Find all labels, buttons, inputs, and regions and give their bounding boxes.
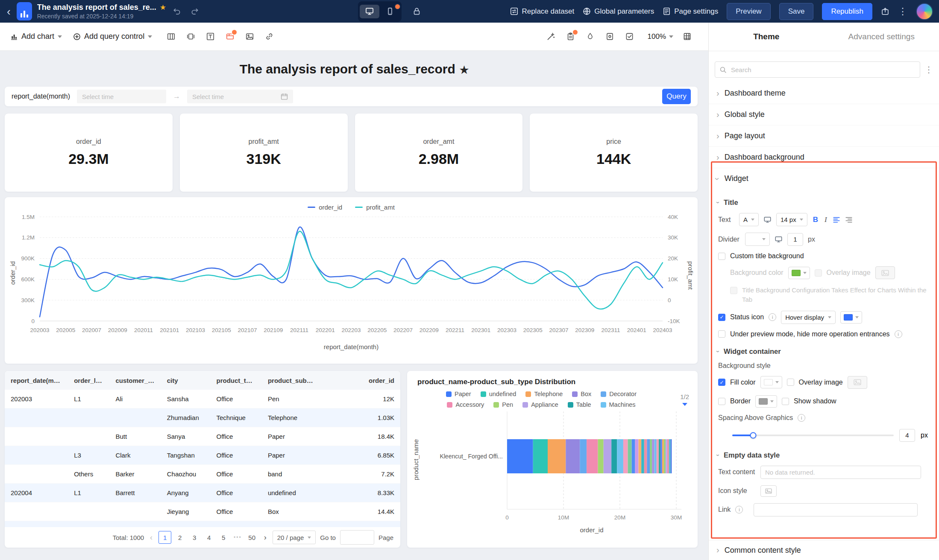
- status-icon-color-picker[interactable]: [840, 311, 862, 324]
- column-header[interactable]: order_id: [321, 371, 400, 390]
- global-parameters-button[interactable]: Global parameters: [583, 7, 654, 16]
- kpi-card-order-amt[interactable]: order_amt 2.98M: [355, 114, 523, 192]
- table-row[interactable]: OthersBarkerChaozhouOfficeband7.2K: [5, 465, 400, 484]
- show-shadow-checkbox[interactable]: [782, 398, 789, 405]
- title-star-icon[interactable]: ★: [460, 64, 469, 76]
- info-icon[interactable]: i: [895, 330, 902, 338]
- column-header[interactable]: city: [161, 371, 211, 390]
- page-size-select[interactable]: 20 / page: [273, 531, 316, 544]
- section-global-style[interactable]: › Global style: [709, 104, 939, 125]
- container-overlay-image-button[interactable]: [848, 376, 867, 389]
- preview-button[interactable]: Preview: [727, 3, 770, 20]
- prev-page-icon[interactable]: ‹: [148, 533, 154, 542]
- column-header[interactable]: order_level: [68, 371, 109, 390]
- align-right-icon[interactable]: [845, 216, 853, 224]
- border-checkbox[interactable]: [718, 398, 725, 405]
- kpi-card-profit-amt[interactable]: profit_amt 319K: [180, 114, 348, 192]
- page-number-button[interactable]: 2: [174, 531, 186, 543]
- back-button[interactable]: ‹: [6, 6, 12, 17]
- undo-icon[interactable]: [171, 6, 183, 17]
- fill-color-checkbox[interactable]: ✓: [718, 379, 725, 386]
- table-row[interactable]: 202004L1BarrettAnyangOfficeundefined8.33…: [5, 484, 400, 502]
- zoom-control[interactable]: 100%: [648, 32, 673, 41]
- theme-wand-icon[interactable]: [543, 29, 559, 44]
- text-widget-icon[interactable]: [202, 29, 218, 44]
- legend-item[interactable]: Accessory: [447, 401, 484, 408]
- column-header[interactable]: report_date(month): [5, 371, 68, 390]
- legend-item[interactable]: Box: [572, 391, 591, 397]
- grid-layout-icon[interactable]: [679, 29, 695, 44]
- panel-more-icon[interactable]: ⋮: [923, 64, 935, 75]
- table-row[interactable]: JieyangOfficeBox14.4K: [5, 502, 400, 521]
- section-page-layout[interactable]: › Page layout: [709, 125, 939, 147]
- align-left-icon[interactable]: [833, 216, 840, 224]
- legend-pager[interactable]: 1/2: [680, 393, 689, 406]
- republish-button[interactable]: Republish: [822, 3, 872, 20]
- favorite-star-icon[interactable]: ★: [160, 3, 166, 12]
- add-chart-button[interactable]: Add chart: [10, 32, 62, 41]
- section-widget[interactable]: › Widget: [709, 168, 939, 189]
- table-row[interactable]: L3ClarkTangshanOfficePaper6.85K: [5, 446, 400, 465]
- legend-item[interactable]: Machines: [601, 401, 636, 408]
- search-input[interactable]: [730, 66, 916, 74]
- column-header[interactable]: customer_name: [109, 371, 161, 390]
- legend-item[interactable]: Telephone: [525, 391, 563, 397]
- tab-title-bg-checkbox[interactable]: [730, 287, 737, 294]
- title-overlay-image-checkbox[interactable]: [815, 269, 822, 277]
- font-color-dropdown[interactable]: A: [739, 213, 759, 226]
- border-color-picker[interactable]: [755, 395, 777, 408]
- title-bg-color-picker[interactable]: [788, 267, 810, 279]
- image-widget-icon[interactable]: [242, 29, 257, 44]
- subsection-widget-container[interactable]: › Widget container: [709, 347, 933, 356]
- watermark-icon[interactable]: [583, 29, 598, 44]
- next-page-icon[interactable]: ›: [262, 533, 268, 542]
- save-button[interactable]: Save: [779, 3, 814, 20]
- subsection-title[interactable]: › Title: [709, 198, 933, 207]
- bar-chart-widget[interactable]: product_name-product_sub_type Distributi…: [407, 371, 698, 548]
- info-icon[interactable]: i: [769, 313, 776, 321]
- title-overlay-image-button[interactable]: [875, 266, 895, 279]
- italic-button[interactable]: I: [824, 216, 828, 224]
- check-square-icon[interactable]: [622, 29, 637, 44]
- legend-item[interactable]: undefined: [481, 391, 516, 397]
- info-icon[interactable]: i: [798, 414, 805, 422]
- lock-icon[interactable]: [413, 7, 421, 15]
- divider-style-dropdown[interactable]: [745, 233, 770, 246]
- page-number-button[interactable]: 1: [158, 531, 171, 544]
- mobile-mode-button[interactable]: [380, 5, 400, 18]
- add-query-control-button[interactable]: Add query control: [73, 32, 152, 41]
- hover-display-dropdown[interactable]: Hover display: [781, 311, 836, 324]
- search-box[interactable]: [715, 61, 920, 78]
- info-icon[interactable]: i: [735, 506, 743, 513]
- table-scroll-area[interactable]: report_date(month)order_levelcustomer_na…: [5, 371, 400, 527]
- font-size-dropdown[interactable]: 14 px: [776, 213, 807, 226]
- display-target-icon[interactable]: [775, 236, 783, 243]
- replace-dataset-button[interactable]: Replace dataset: [510, 7, 574, 16]
- kpi-card-price[interactable]: price 144K: [530, 114, 698, 192]
- section-dashboard-background[interactable]: › Dashboard background: [709, 147, 939, 168]
- layout-columns-icon[interactable]: [163, 29, 179, 44]
- carousel-icon[interactable]: [183, 29, 198, 44]
- legend-item-order-id[interactable]: order_id: [308, 204, 342, 211]
- last-page-button[interactable]: 50: [246, 531, 258, 543]
- link-widget-icon[interactable]: [261, 29, 277, 44]
- empty-link-input[interactable]: [754, 503, 918, 516]
- legend-next-icon[interactable]: [682, 403, 687, 406]
- preview-doc-icon[interactable]: [602, 29, 618, 44]
- table-row[interactable]: ZhumadianTechniqueTelephone1.03K: [5, 408, 400, 427]
- empty-text-input[interactable]: [760, 466, 921, 479]
- table-row[interactable]: BeirneHeyuanOfficeundefined37.6K: [5, 521, 400, 528]
- clipboard-icon[interactable]: [563, 29, 578, 44]
- kpi-card-order-id[interactable]: order_id 29.3M: [5, 114, 173, 192]
- legend-item-profit-amt[interactable]: profit_amt: [355, 204, 395, 211]
- fill-color-picker[interactable]: [760, 376, 782, 388]
- container-overlay-image-checkbox[interactable]: [787, 379, 794, 386]
- column-header[interactable]: product_sub_type: [262, 371, 321, 390]
- desktop-mode-button[interactable]: [360, 5, 379, 18]
- time-from-input[interactable]: Select time: [77, 90, 166, 103]
- share-icon[interactable]: [881, 7, 889, 16]
- section-common-content-style[interactable]: › Common content style: [709, 540, 939, 560]
- hide-operations-checkbox[interactable]: [718, 330, 725, 338]
- table-row[interactable]: ButtSanyaOfficePaper18.4K: [5, 427, 400, 446]
- bold-button[interactable]: B: [812, 216, 819, 224]
